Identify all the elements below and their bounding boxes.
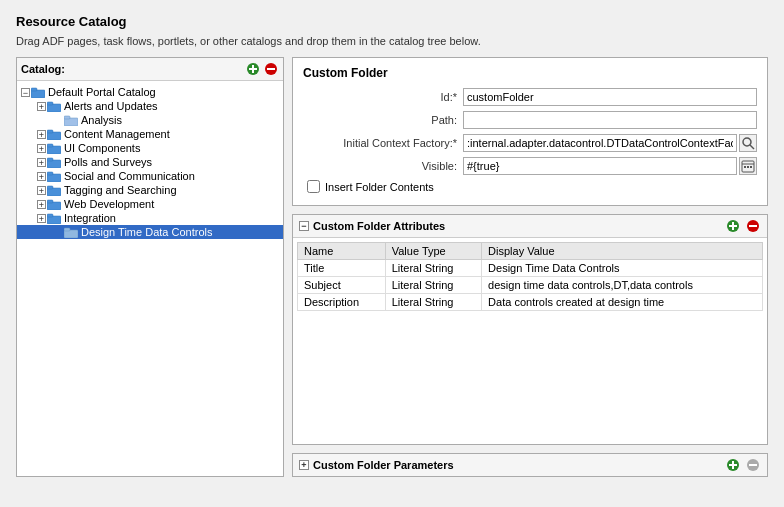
catalog-header: Catalog: bbox=[17, 58, 283, 81]
tree-node-alerts[interactable]: + Alerts and Updates bbox=[17, 99, 283, 113]
folder-icon-analysis bbox=[64, 115, 78, 126]
svg-rect-22 bbox=[47, 200, 53, 203]
tree-toggle-tagging[interactable]: + bbox=[37, 186, 46, 195]
col-name: Name bbox=[298, 243, 386, 260]
id-input[interactable] bbox=[463, 88, 757, 106]
catalog-panel: Catalog: bbox=[16, 57, 284, 477]
svg-rect-26 bbox=[64, 228, 70, 231]
path-row: Path: bbox=[303, 111, 757, 129]
context-factory-label: Initial Context Factory:* bbox=[303, 137, 463, 149]
svg-rect-8 bbox=[47, 102, 53, 105]
tree-toggle-content[interactable]: + bbox=[37, 130, 46, 139]
tree-toggle-alerts[interactable]: + bbox=[37, 102, 46, 111]
folder-icon-web bbox=[47, 199, 61, 210]
svg-rect-6 bbox=[31, 88, 37, 91]
page-description: Drag ADF pages, task flows, portlets, or… bbox=[16, 35, 768, 47]
folder-icon-ui bbox=[47, 143, 61, 154]
svg-rect-36 bbox=[729, 225, 737, 227]
folder-icon-root bbox=[31, 87, 45, 98]
svg-rect-4 bbox=[267, 68, 275, 70]
custom-folder-title: Custom Folder bbox=[303, 66, 757, 80]
table-row: DescriptionLiteral StringData controls c… bbox=[298, 294, 763, 311]
catalog-tree[interactable]: − Default Portal Catalog + bbox=[17, 81, 283, 476]
attributes-header: − Custom Folder Attributes bbox=[293, 215, 767, 238]
tree-label-design-time: Design Time Data Controls bbox=[81, 226, 212, 238]
visible-input[interactable] bbox=[463, 157, 737, 175]
insert-folder-checkbox[interactable] bbox=[307, 180, 320, 193]
context-factory-input[interactable] bbox=[463, 134, 737, 152]
insert-folder-label: Insert Folder Contents bbox=[325, 181, 434, 193]
tree-node-tagging[interactable]: + Tagging and Searching bbox=[17, 183, 283, 197]
col-value-type: Value Type bbox=[385, 243, 481, 260]
svg-line-28 bbox=[750, 145, 754, 149]
tree-node-integration[interactable]: + Integration bbox=[17, 211, 283, 225]
attributes-table-wrapper: Name Value Type Display Value TitleLiter… bbox=[293, 238, 767, 444]
folder-icon-social bbox=[47, 171, 61, 182]
svg-point-27 bbox=[743, 138, 751, 146]
path-input[interactable] bbox=[463, 111, 757, 129]
tree-label-integration: Integration bbox=[64, 212, 116, 224]
tree-toggle-ui[interactable]: + bbox=[37, 144, 46, 153]
tree-toggle-root[interactable]: − bbox=[21, 88, 30, 97]
catalog-remove-button[interactable] bbox=[263, 61, 279, 77]
tree-label-social: Social and Communication bbox=[64, 170, 195, 182]
tree-node-content[interactable]: + Content Management bbox=[17, 127, 283, 141]
folder-icon-tagging bbox=[47, 185, 61, 196]
tree-node-ui[interactable]: + UI Components bbox=[17, 141, 283, 155]
catalog-toolbar bbox=[245, 61, 279, 77]
tree-node-analysis[interactable]: Analysis bbox=[17, 113, 283, 127]
tree-node-polls[interactable]: + Polls and Surveys bbox=[17, 155, 283, 169]
path-label: Path: bbox=[303, 114, 463, 126]
tree-label-ui: UI Components bbox=[64, 142, 140, 154]
parameters-title-group: + Custom Folder Parameters bbox=[299, 459, 454, 471]
parameters-collapse-button[interactable]: + bbox=[299, 460, 309, 470]
svg-rect-43 bbox=[749, 464, 757, 466]
svg-rect-10 bbox=[64, 116, 70, 119]
table-cell-display_value: design time data controls,DT,data contro… bbox=[482, 277, 763, 294]
parameters-remove-button[interactable] bbox=[745, 457, 761, 473]
tree-node-root[interactable]: − Default Portal Catalog bbox=[17, 85, 283, 99]
tree-toggle-polls[interactable]: + bbox=[37, 158, 46, 167]
id-label: Id:* bbox=[303, 91, 463, 103]
context-factory-browse-button[interactable] bbox=[739, 134, 757, 152]
tree-toggle-social[interactable]: + bbox=[37, 172, 46, 181]
id-row: Id:* bbox=[303, 88, 757, 106]
tree-toggle-integration[interactable]: + bbox=[37, 214, 46, 223]
folder-icon-polls bbox=[47, 157, 61, 168]
tree-node-web[interactable]: + Web Development bbox=[17, 197, 283, 211]
visible-browse-button[interactable] bbox=[739, 157, 757, 175]
attributes-title-group: − Custom Folder Attributes bbox=[299, 220, 445, 232]
parameters-add-button[interactable] bbox=[725, 457, 741, 473]
parameters-toolbar bbox=[725, 457, 761, 473]
parameters-title-text: Custom Folder Parameters bbox=[313, 459, 454, 471]
table-cell-name: Title bbox=[298, 260, 386, 277]
folder-icon-content bbox=[47, 129, 61, 140]
attributes-collapse-button[interactable]: − bbox=[299, 221, 309, 231]
table-row: SubjectLiteral Stringdesign time data co… bbox=[298, 277, 763, 294]
context-factory-row: Initial Context Factory:* bbox=[303, 134, 757, 152]
table-cell-value_type: Literal String bbox=[385, 277, 481, 294]
svg-rect-38 bbox=[749, 225, 757, 227]
parameters-section: + Custom Folder Parameters bbox=[292, 453, 768, 477]
right-panel: Custom Folder Id:* Path: Initial Context… bbox=[292, 57, 768, 477]
svg-rect-16 bbox=[47, 158, 53, 161]
tree-label-root: Default Portal Catalog bbox=[48, 86, 156, 98]
visible-field bbox=[463, 157, 757, 175]
tree-node-social[interactable]: + Social and Communication bbox=[17, 169, 283, 183]
tree-node-design-time[interactable]: Design Time Data Controls bbox=[17, 225, 283, 239]
attributes-title-text: Custom Folder Attributes bbox=[313, 220, 445, 232]
tree-label-tagging: Tagging and Searching bbox=[64, 184, 177, 196]
table-cell-name: Description bbox=[298, 294, 386, 311]
catalog-add-button[interactable] bbox=[245, 61, 261, 77]
attributes-remove-button[interactable] bbox=[745, 218, 761, 234]
tree-toggle-web[interactable]: + bbox=[37, 200, 46, 209]
attributes-add-button[interactable] bbox=[725, 218, 741, 234]
table-cell-display_value: Data controls created at design time bbox=[482, 294, 763, 311]
context-factory-field bbox=[463, 134, 757, 152]
attributes-toolbar bbox=[725, 218, 761, 234]
svg-rect-32 bbox=[747, 166, 749, 168]
table-row: TitleLiteral StringDesign Time Data Cont… bbox=[298, 260, 763, 277]
parameters-header: + Custom Folder Parameters bbox=[293, 454, 767, 476]
tree-label-alerts: Alerts and Updates bbox=[64, 100, 158, 112]
svg-rect-31 bbox=[744, 166, 746, 168]
